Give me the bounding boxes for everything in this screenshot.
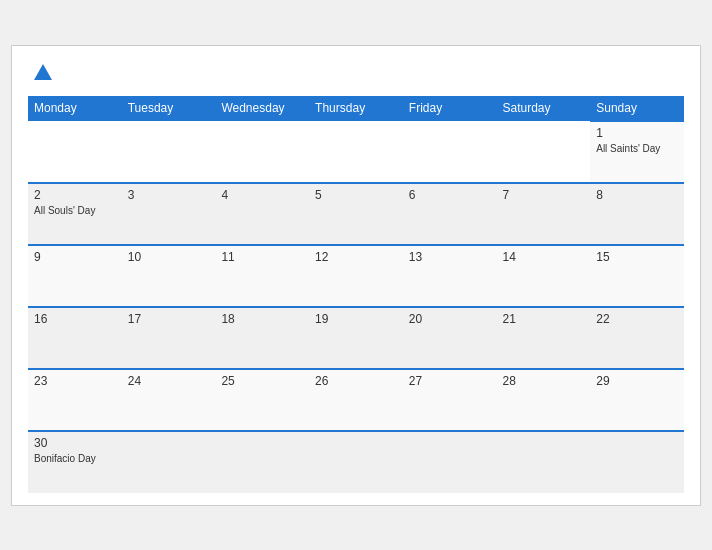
calendar-cell xyxy=(122,121,216,183)
calendar-cell: 18 xyxy=(215,307,309,369)
day-number: 2 xyxy=(34,188,116,202)
day-number: 29 xyxy=(596,374,678,388)
calendar-container: MondayTuesdayWednesdayThursdayFridaySatu… xyxy=(11,45,701,506)
logo xyxy=(28,62,54,84)
calendar-cell: 26 xyxy=(309,369,403,431)
weekday-header-saturday: Saturday xyxy=(497,96,591,121)
calendar-cell: 11 xyxy=(215,245,309,307)
calendar-cell: 12 xyxy=(309,245,403,307)
calendar-grid: MondayTuesdayWednesdayThursdayFridaySatu… xyxy=(28,96,684,493)
day-number: 19 xyxy=(315,312,397,326)
calendar-cell: 9 xyxy=(28,245,122,307)
calendar-cell: 27 xyxy=(403,369,497,431)
day-number: 26 xyxy=(315,374,397,388)
calendar-cell: 16 xyxy=(28,307,122,369)
calendar-cell: 21 xyxy=(497,307,591,369)
day-number: 23 xyxy=(34,374,116,388)
svg-marker-0 xyxy=(34,64,52,80)
calendar-cell: 30Bonifacio Day xyxy=(28,431,122,493)
calendar-cell: 25 xyxy=(215,369,309,431)
calendar-cell xyxy=(309,431,403,493)
day-number: 24 xyxy=(128,374,210,388)
weekday-header-tuesday: Tuesday xyxy=(122,96,216,121)
day-number: 7 xyxy=(503,188,585,202)
holiday-name: All Saints' Day xyxy=(596,142,678,155)
day-number: 14 xyxy=(503,250,585,264)
weekday-header-friday: Friday xyxy=(403,96,497,121)
day-number: 3 xyxy=(128,188,210,202)
day-number: 25 xyxy=(221,374,303,388)
holiday-name: Bonifacio Day xyxy=(34,452,116,465)
weekday-header-thursday: Thursday xyxy=(309,96,403,121)
logo-icon xyxy=(32,62,54,84)
calendar-cell xyxy=(497,121,591,183)
weekday-header-monday: Monday xyxy=(28,96,122,121)
calendar-cell: 14 xyxy=(497,245,591,307)
calendar-week-row: 30Bonifacio Day xyxy=(28,431,684,493)
calendar-week-row: 16171819202122 xyxy=(28,307,684,369)
day-number: 18 xyxy=(221,312,303,326)
day-number: 10 xyxy=(128,250,210,264)
calendar-cell xyxy=(590,431,684,493)
day-number: 22 xyxy=(596,312,678,326)
day-number: 30 xyxy=(34,436,116,450)
calendar-cell: 5 xyxy=(309,183,403,245)
calendar-cell: 24 xyxy=(122,369,216,431)
calendar-cell: 17 xyxy=(122,307,216,369)
calendar-cell: 13 xyxy=(403,245,497,307)
day-number: 13 xyxy=(409,250,491,264)
calendar-cell: 10 xyxy=(122,245,216,307)
day-number: 28 xyxy=(503,374,585,388)
holiday-name: All Souls' Day xyxy=(34,204,116,217)
calendar-cell xyxy=(215,431,309,493)
calendar-cell: 2All Souls' Day xyxy=(28,183,122,245)
day-number: 27 xyxy=(409,374,491,388)
calendar-cell: 6 xyxy=(403,183,497,245)
day-number: 9 xyxy=(34,250,116,264)
calendar-cell: 28 xyxy=(497,369,591,431)
day-number: 16 xyxy=(34,312,116,326)
calendar-cell: 3 xyxy=(122,183,216,245)
calendar-cell: 1All Saints' Day xyxy=(590,121,684,183)
calendar-cell xyxy=(403,431,497,493)
day-number: 12 xyxy=(315,250,397,264)
calendar-week-row: 2All Souls' Day345678 xyxy=(28,183,684,245)
day-number: 20 xyxy=(409,312,491,326)
calendar-cell: 20 xyxy=(403,307,497,369)
calendar-cell: 19 xyxy=(309,307,403,369)
weekday-header-sunday: Sunday xyxy=(590,96,684,121)
calendar-cell xyxy=(215,121,309,183)
day-number: 11 xyxy=(221,250,303,264)
day-number: 15 xyxy=(596,250,678,264)
calendar-cell xyxy=(309,121,403,183)
day-number: 17 xyxy=(128,312,210,326)
calendar-week-row: 1All Saints' Day xyxy=(28,121,684,183)
day-number: 5 xyxy=(315,188,397,202)
calendar-header xyxy=(28,62,684,84)
calendar-cell: 23 xyxy=(28,369,122,431)
calendar-cell xyxy=(497,431,591,493)
day-number: 1 xyxy=(596,126,678,140)
weekday-header-wednesday: Wednesday xyxy=(215,96,309,121)
calendar-cell xyxy=(122,431,216,493)
calendar-cell: 4 xyxy=(215,183,309,245)
day-number: 6 xyxy=(409,188,491,202)
day-number: 21 xyxy=(503,312,585,326)
calendar-cell: 7 xyxy=(497,183,591,245)
day-number: 4 xyxy=(221,188,303,202)
calendar-cell xyxy=(403,121,497,183)
weekday-header-row: MondayTuesdayWednesdayThursdayFridaySatu… xyxy=(28,96,684,121)
calendar-cell: 29 xyxy=(590,369,684,431)
calendar-cell: 15 xyxy=(590,245,684,307)
calendar-cell xyxy=(28,121,122,183)
calendar-week-row: 23242526272829 xyxy=(28,369,684,431)
calendar-cell: 8 xyxy=(590,183,684,245)
calendar-cell: 22 xyxy=(590,307,684,369)
calendar-week-row: 9101112131415 xyxy=(28,245,684,307)
day-number: 8 xyxy=(596,188,678,202)
